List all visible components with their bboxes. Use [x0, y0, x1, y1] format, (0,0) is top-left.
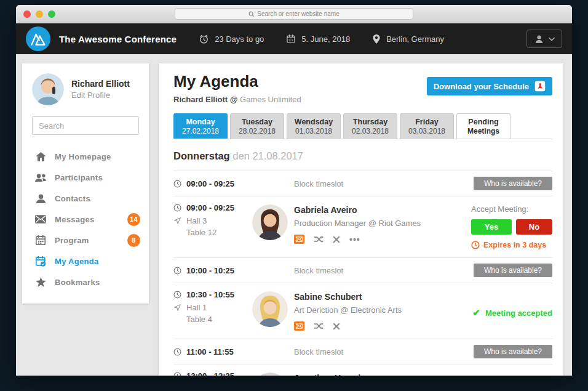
- participant-role: Production Manager @ Riot Games: [294, 219, 471, 228]
- accept-meeting-label: Accept Meeting:: [471, 204, 552, 214]
- tab-monday[interactable]: Monday 27.02.2018: [173, 113, 228, 139]
- clock-icon: [173, 267, 181, 275]
- address-bar[interactable]: Search or enter website name: [175, 8, 413, 20]
- location-text: Berlin, Germany: [386, 34, 444, 44]
- clock-icon: [173, 204, 181, 212]
- tab-day-label: Pending: [457, 118, 510, 126]
- tab-date-label: 27.02.2018: [174, 127, 227, 135]
- meeting-actions: [294, 321, 471, 331]
- subtitle-owner: Richard Elliott @: [173, 95, 237, 104]
- page-content: Richard Elliott Edit Profile My Homepage: [16, 54, 572, 376]
- minimize-window-button[interactable]: [36, 10, 43, 18]
- alarm-clock-icon: [199, 34, 209, 44]
- tab-thursday[interactable]: Thursday 02.03.2018: [343, 113, 397, 139]
- agenda-row-block: 10:00 - 10:25 Block timeslot Who is avai…: [173, 257, 552, 283]
- sidebar-item-program[interactable]: Program 8: [22, 230, 149, 251]
- conference-logo[interactable]: [26, 26, 50, 51]
- calendar-icon: [286, 34, 296, 44]
- countdown-info: 23 Days to go: [199, 34, 264, 44]
- agenda-panel: My Agenda Richard Elliott @ Games Unlimi…: [159, 63, 563, 376]
- participant-name[interactable]: Gabriela Aveiro: [294, 203, 471, 215]
- more-options-icon[interactable]: •••: [349, 237, 360, 242]
- page-subtitle: Richard Elliott @ Games Unlimited: [173, 95, 301, 104]
- user-menu-button[interactable]: [526, 30, 562, 48]
- timeslot: 10:30 - 10:55: [186, 290, 234, 299]
- timeslot: 09:00 - 09:25: [186, 203, 234, 212]
- download-schedule-button[interactable]: Download your Schedule: [427, 77, 552, 95]
- agenda-row-block: 11:00 - 11:55 Block timeslot Who is avai…: [173, 339, 552, 364]
- profile-name: Richard Elliott: [71, 79, 130, 89]
- block-timeslot-label: Block timeslot: [294, 179, 471, 188]
- who-is-available-button[interactable]: Who is available?: [474, 177, 552, 190]
- richard-avatar-image: [32, 73, 64, 105]
- day-heading-name: Donnerstag: [173, 150, 230, 161]
- edit-profile-link[interactable]: Edit Profile: [71, 91, 130, 100]
- avatar[interactable]: [252, 204, 288, 240]
- tab-day-label: Friday: [400, 118, 453, 126]
- sidebar-menu: My Homepage Participants Contacts: [22, 141, 149, 295]
- tab-day-label: Thursday: [344, 118, 397, 126]
- agenda-calendar-check-icon: [34, 256, 47, 267]
- sidebar-item-label: Contacts: [55, 194, 90, 203]
- sidebar: Richard Elliott Edit Profile My Homepage: [22, 63, 149, 304]
- who-is-available-button[interactable]: Who is available?: [474, 264, 552, 277]
- zoom-window-button[interactable]: [48, 10, 55, 18]
- meeting-accepted-text: Meeting accepted: [485, 308, 552, 318]
- tab-day-label: Monday: [174, 118, 227, 126]
- participant-name[interactable]: Jonathan Hamel: [294, 371, 471, 376]
- avatar[interactable]: [252, 291, 288, 327]
- location-pin-icon: [372, 34, 381, 44]
- sidebar-search-input[interactable]: [39, 121, 147, 131]
- tab-tuesday[interactable]: Tuesday 28.02.2018: [230, 113, 284, 139]
- table-label: Table 4: [186, 315, 252, 324]
- program-badge: 8: [127, 234, 140, 247]
- location-arrow-icon: [173, 217, 181, 225]
- mountain-logo-icon: [30, 31, 47, 46]
- sidebar-item-label: Bookmarks: [55, 278, 100, 287]
- expires-text: Expires in 3 days: [483, 241, 546, 249]
- tab-pending-meetings[interactable]: Pending Meetings: [456, 113, 511, 139]
- sidebar-item-participants[interactable]: Participants: [22, 167, 149, 188]
- sidebar-item-label: My Agenda: [55, 257, 99, 266]
- timeslot: 10:00 - 10:25: [186, 266, 234, 275]
- profile-block: Richard Elliott Edit Profile: [22, 63, 149, 113]
- sidebar-search: [32, 116, 139, 135]
- envelope-icon: [34, 215, 47, 224]
- sidebar-item-my-agenda[interactable]: My Agenda: [22, 251, 149, 272]
- avatar[interactable]: [252, 373, 288, 376]
- profile-texts: Richard Elliott Edit Profile: [71, 79, 130, 100]
- reschedule-icon[interactable]: [314, 322, 324, 330]
- message-icon[interactable]: [294, 321, 304, 331]
- participants-icon: [34, 173, 47, 182]
- jonathan-avatar-image: [252, 373, 288, 376]
- sidebar-item-contacts[interactable]: Contacts: [22, 188, 149, 209]
- accept-no-button[interactable]: No: [516, 219, 552, 235]
- participant-name[interactable]: Sabine Schubert: [294, 290, 471, 302]
- tab-friday[interactable]: Friday 03.03.2018: [400, 113, 454, 139]
- app-header: The Awesome Conference 23 Days to go 5. …: [16, 23, 572, 54]
- cancel-icon[interactable]: [333, 236, 340, 243]
- day-heading: Donnerstag den 21.08.2017: [173, 150, 552, 162]
- messages-badge: 14: [127, 213, 140, 226]
- tab-wednesday[interactable]: Wendsday 01.03.2018: [287, 113, 341, 139]
- address-bar-placeholder: Search or enter website name: [257, 10, 339, 17]
- avatar[interactable]: [32, 73, 64, 105]
- agenda-header: My Agenda Richard Elliott @ Games Unlimi…: [173, 63, 552, 104]
- message-icon[interactable]: [294, 235, 304, 244]
- close-window-button[interactable]: [23, 10, 31, 18]
- date-info: 5. June, 2018: [286, 34, 350, 44]
- tab-date-label: 02.03.2018: [344, 127, 397, 135]
- accept-yes-button[interactable]: Yes: [471, 219, 512, 235]
- sidebar-item-messages[interactable]: Messages 14: [22, 209, 149, 230]
- block-timeslot-label: Block timeslot: [294, 347, 471, 357]
- cancel-icon[interactable]: [333, 323, 340, 330]
- date-text: 5. June, 2018: [301, 34, 350, 44]
- location-arrow-icon: [173, 304, 181, 312]
- window-controls: [23, 10, 55, 18]
- day-heading-date: den 21.08.2017: [232, 150, 303, 161]
- block-timeslot-label: Block timeslot: [294, 266, 471, 275]
- sidebar-item-bookmarks[interactable]: Bookmarks: [22, 272, 149, 292]
- sidebar-item-my-homepage[interactable]: My Homepage: [22, 146, 149, 167]
- reschedule-icon[interactable]: [314, 235, 324, 243]
- who-is-available-button[interactable]: Who is available?: [474, 345, 552, 358]
